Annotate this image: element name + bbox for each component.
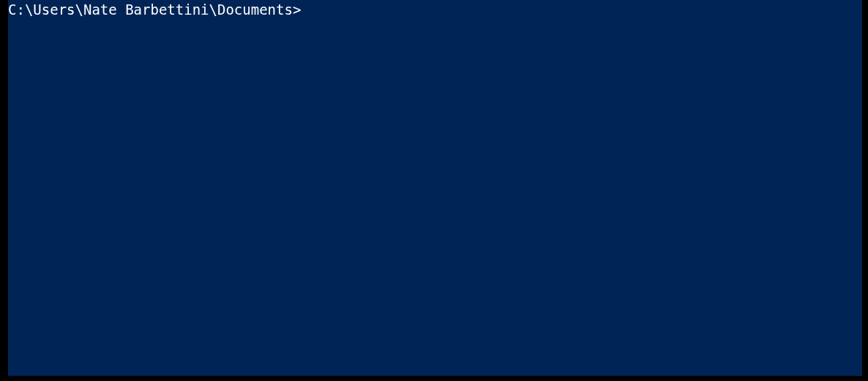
command-input[interactable] <box>301 1 862 18</box>
prompt-path: C:\Users\Nate Barbettini\Documents> <box>8 1 301 18</box>
prompt-line: C:\Users\Nate Barbettini\Documents> <box>8 1 862 18</box>
terminal-viewport[interactable]: C:\Users\Nate Barbettini\Documents> <box>8 0 862 376</box>
